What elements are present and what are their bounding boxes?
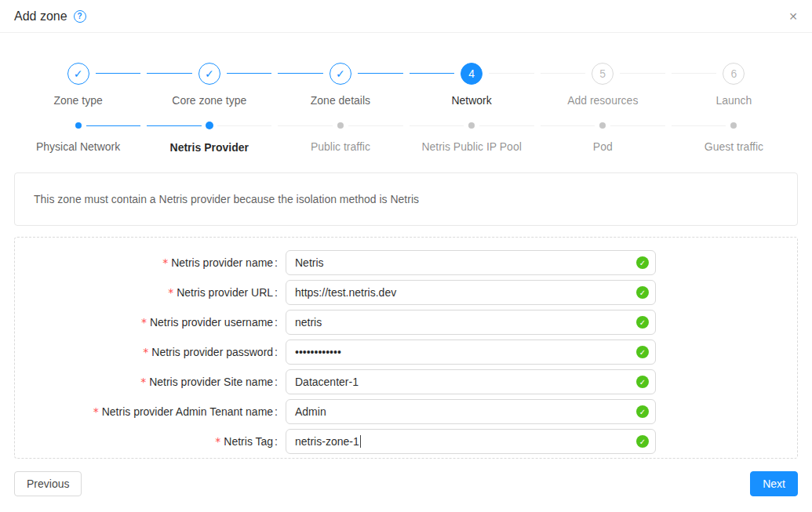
- step-number: 5: [599, 67, 606, 80]
- netris-provider-admin-tenant-name-input[interactable]: Admin: [286, 399, 656, 424]
- field-label: *Netris provider name: [15, 256, 278, 269]
- step-label: Core zone type: [144, 93, 275, 108]
- step-circle: ✓: [330, 63, 351, 85]
- netris-provider-name-input[interactable]: Netris: [286, 250, 656, 275]
- substep-netris-public-ip-pool[interactable]: Netris Public IP Pool: [406, 122, 537, 155]
- substep-guest-traffic[interactable]: Guest traffic: [668, 122, 799, 155]
- form-row: *Netris provider Site name Datacenter-1 …: [15, 369, 797, 394]
- dialog-header: Add zone ? ✕: [0, 0, 812, 33]
- step-add-resources[interactable]: 5 Add resources: [537, 63, 668, 108]
- substep-pod[interactable]: Pod: [537, 122, 668, 155]
- step-circle: 5: [592, 63, 614, 85]
- valid-check-icon: ✓: [636, 256, 649, 269]
- substep-label: Netris Provider: [144, 140, 275, 155]
- field-label: *Netris provider Admin Tenant name: [15, 405, 278, 418]
- netris-provider-username-input[interactable]: netris: [286, 310, 656, 335]
- netris-provider-form: *Netris provider name Netris ✓ *Netris p…: [14, 237, 798, 459]
- input-wrapper: •••••••••••• ✓: [286, 340, 656, 365]
- add-zone-dialog: Add zone ? ✕ ✓ Zone type ✓ Core zone typ…: [0, 0, 812, 496]
- step-circle: ✓: [198, 63, 220, 85]
- required-asterisk: *: [143, 346, 148, 358]
- form-row: *Netris provider name Netris ✓: [15, 250, 797, 275]
- substep-label: Physical Network: [13, 139, 144, 154]
- dialog-footer: Previous Next: [14, 471, 798, 496]
- next-button[interactable]: Next: [750, 471, 798, 496]
- previous-button[interactable]: Previous: [14, 471, 82, 496]
- step-network[interactable]: 4 Network: [406, 63, 537, 108]
- substep-dot: [468, 122, 475, 129]
- step-label: Launch: [668, 93, 799, 108]
- substep-label: Public traffic: [275, 139, 406, 154]
- form-row: *Netris provider URL https://test.netris…: [15, 280, 797, 305]
- form-row: *Netris provider Admin Tenant name Admin…: [15, 399, 797, 424]
- input-wrapper: Datacenter-1 ✓: [286, 369, 656, 394]
- field-label: *Netris Tag: [15, 435, 278, 448]
- input-wrapper: Netris ✓: [286, 250, 656, 275]
- required-asterisk: *: [140, 376, 146, 388]
- step-number: 6: [731, 67, 737, 80]
- netris-provider-site-name-input[interactable]: Datacenter-1: [286, 369, 656, 394]
- network-sub-stepper: Physical Network Netris Provider Public …: [13, 122, 799, 155]
- substep-label: Netris Public IP Pool: [406, 139, 537, 154]
- text-cursor: [360, 435, 361, 448]
- check-icon: ✓: [74, 67, 83, 80]
- wizard-steppers: ✓ Zone type ✓ Core zone type ✓ Zone deta…: [0, 33, 812, 155]
- step-launch[interactable]: 6 Launch: [668, 63, 799, 108]
- form-row: *Netris provider password •••••••••••• ✓: [15, 340, 797, 365]
- help-icon[interactable]: ?: [74, 10, 86, 23]
- step-label: Add resources: [537, 93, 668, 108]
- valid-check-icon: ✓: [636, 316, 649, 329]
- close-icon[interactable]: ✕: [788, 10, 798, 23]
- netris-tag-input[interactable]: netris-zone-1: [286, 429, 656, 454]
- field-label: *Netris provider Site name: [15, 376, 278, 388]
- check-icon: ✓: [336, 67, 345, 80]
- required-asterisk: *: [215, 435, 220, 448]
- required-asterisk: *: [93, 405, 99, 418]
- step-zone-type[interactable]: ✓ Zone type: [13, 63, 144, 108]
- valid-check-icon: ✓: [636, 376, 649, 388]
- page-title: Add zone: [14, 9, 67, 24]
- valid-check-icon: ✓: [636, 405, 649, 418]
- substep-netris-provider[interactable]: Netris Provider: [144, 122, 275, 155]
- field-label: *Netris provider URL: [15, 286, 278, 299]
- substep-physical-network[interactable]: Physical Network: [13, 122, 144, 155]
- field-label: *Netris provider username: [15, 316, 278, 329]
- substep-dot: [599, 122, 606, 129]
- netris-provider-password-input[interactable]: ••••••••••••: [286, 340, 656, 365]
- substep-dot: [730, 122, 737, 129]
- step-core-zone-type[interactable]: ✓ Core zone type: [144, 63, 275, 108]
- check-icon: ✓: [205, 67, 214, 80]
- input-wrapper: Admin ✓: [286, 399, 656, 424]
- substep-dot: [337, 122, 344, 129]
- step-zone-details[interactable]: ✓ Zone details: [275, 63, 406, 108]
- step-label: Zone details: [275, 93, 406, 108]
- substep-public-traffic[interactable]: Public traffic: [275, 122, 406, 155]
- input-wrapper: https://test.netris.dev ✓: [286, 280, 656, 305]
- valid-check-icon: ✓: [636, 346, 649, 358]
- required-asterisk: *: [168, 286, 173, 299]
- netris-provider-url-input[interactable]: https://test.netris.dev: [286, 280, 656, 305]
- substep-dot: [206, 122, 213, 129]
- step-circle: 6: [723, 63, 745, 85]
- form-row: *Netris Tag netris-zone-1 ✓: [15, 429, 797, 454]
- valid-check-icon: ✓: [636, 286, 649, 299]
- step-label: Zone type: [13, 93, 144, 108]
- step-number: 4: [468, 67, 475, 80]
- valid-check-icon: ✓: [636, 435, 649, 448]
- main-stepper: ✓ Zone type ✓ Core zone type ✓ Zone deta…: [13, 63, 799, 108]
- required-asterisk: *: [162, 256, 168, 269]
- form-row: *Netris provider username netris ✓: [15, 310, 797, 335]
- step-circle: 4: [461, 63, 482, 85]
- input-wrapper: netris ✓: [286, 310, 656, 335]
- input-wrapper: netris-zone-1 ✓: [286, 429, 656, 454]
- substep-label: Guest traffic: [668, 139, 799, 154]
- step-circle: ✓: [67, 63, 89, 85]
- isolation-method-notice: This zone must contain a Netris provider…: [14, 172, 798, 226]
- required-asterisk: *: [141, 316, 147, 329]
- step-label: Network: [406, 93, 537, 108]
- substep-label: Pod: [537, 139, 668, 154]
- substep-dot: [75, 122, 82, 129]
- field-label: *Netris provider password: [15, 346, 278, 358]
